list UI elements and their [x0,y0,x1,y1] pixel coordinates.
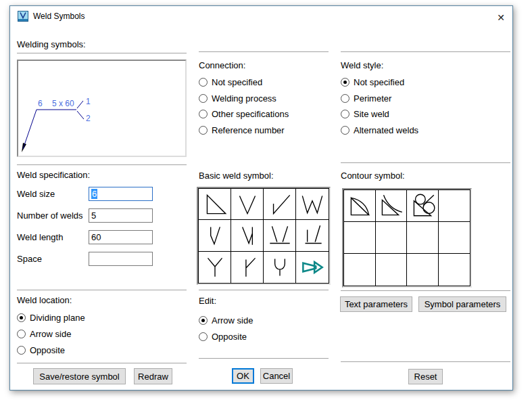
radio-welding-process[interactable]: Welding process [199,93,276,104]
separator [199,290,329,290]
radio-icon[interactable] [341,94,349,103]
preview-ref-2: 2 [86,114,91,123]
contour-symbol-empty-cell[interactable] [439,254,470,286]
radio-label[interactable]: Alternated welds [354,125,418,135]
weld-style-label: Weld style: [341,60,383,71]
radio-icon[interactable] [17,330,26,338]
connection-label: Connection: [199,60,245,71]
contour-symbol-empty-cell[interactable] [407,254,439,286]
radio-icon[interactable] [199,110,208,118]
basic-symbol-flare-v-narrow[interactable] [199,220,231,251]
radio-site-weld[interactable]: Site weld [341,108,389,119]
edit-label: Edit: [199,296,216,307]
contour-symbol-convex[interactable] [344,190,376,222]
radio-label[interactable]: Other specifications [212,109,289,119]
radio-icon[interactable] [341,110,349,118]
separator [341,361,510,362]
contour-symbol-empty-cell[interactable] [439,222,470,254]
separator [17,164,187,165]
weld-location-label: Weld location: [17,295,72,306]
radio-label[interactable]: Reference number [212,125,285,135]
radio-reference-number[interactable]: Reference number [199,125,285,135]
space-input[interactable] [89,252,153,266]
basic-symbol-flare-v-base[interactable] [264,220,296,251]
contour-symbol-empty-cell[interactable] [439,190,470,222]
basic-symbol-v-groove[interactable] [231,189,264,220]
radio-label[interactable]: Perimeter [354,93,391,104]
radio-dividing-plane[interactable]: Dividing plane [17,312,85,323]
radio-edit-opposite[interactable]: Opposite [199,331,247,342]
reset-button[interactable]: Reset [408,369,443,384]
radio-icon[interactable] [199,332,208,341]
radio-label[interactable]: Not specified [212,77,262,87]
basic-symbol-next-arrow[interactable] [296,252,329,283]
radio-connection-not-specified[interactable]: Not specified [199,76,262,87]
basic-symbol-fillet[interactable] [199,189,231,220]
contour-symbol-empty-cell[interactable] [376,222,408,254]
radio-icon[interactable] [199,126,208,135]
cancel-button[interactable]: Cancel [260,368,293,384]
radio-icon[interactable] [199,94,208,103]
basic-symbol-u-groove[interactable] [264,252,296,283]
basic-weld-symbol-label: Basic weld symbol: [199,171,274,181]
save-restore-symbol-button[interactable]: Save/restore symbol [33,368,126,384]
contour-symbol-grind[interactable] [407,190,439,222]
basic-symbol-double-v[interactable] [296,189,329,220]
close-icon[interactable]: ✕ [492,12,510,24]
weld-specification-label: Weld specification: [17,170,90,181]
radio-location-opposite[interactable]: Opposite [17,344,65,355]
contour-symbol-empty-cell[interactable] [407,222,439,254]
contour-symbol-grid [342,188,472,288]
redraw-button[interactable]: Redraw [134,368,172,384]
symbol-parameters-button[interactable]: Symbol parameters [418,296,506,312]
weld-length-label: Weld length [17,230,63,244]
basic-weld-symbol-grid [197,187,331,285]
separator [341,51,510,52]
radio-label[interactable]: Arrow side [30,329,71,339]
separator [199,358,329,359]
radio-icon[interactable] [341,78,349,87]
radio-location-arrow-side[interactable]: Arrow side [17,328,71,339]
contour-symbol-label: Contour symbol: [341,171,405,181]
radio-icon[interactable] [199,316,208,325]
radio-icon[interactable] [341,126,349,135]
weld-symbol-drawing: 6 5 x 60 1 2 [18,61,185,156]
text-parameters-button[interactable]: Text parameters [340,296,412,312]
radio-label[interactable]: Opposite [212,332,247,342]
radio-edit-arrow-side[interactable]: Arrow side [199,315,253,326]
radio-icon[interactable] [199,78,208,87]
basic-symbol-v-right-bar[interactable] [231,220,264,251]
separator [17,53,187,53]
weld-symbol-preview: 6 5 x 60 1 2 [17,60,187,157]
radio-icon[interactable] [17,313,26,322]
radio-style-not-specified[interactable]: Not specified [341,76,404,87]
basic-symbol-half-y[interactable] [231,252,264,283]
contour-symbol-concave[interactable] [376,190,408,222]
radio-label[interactable]: Welding process [212,93,276,104]
preview-count-length: 5 x 60 [52,99,74,108]
weld-size-input[interactable]: 6 [89,187,153,201]
separator [17,290,187,290]
radio-label[interactable]: Site weld [354,109,389,119]
title-bar[interactable]: Weld Symbols ✕ [10,6,512,26]
radio-label[interactable]: Opposite [30,345,65,355]
contour-symbol-empty-cell[interactable] [376,254,408,286]
window-title: Weld Symbols [33,6,84,26]
basic-symbol-bevel[interactable] [264,189,296,220]
ok-button[interactable]: OK [232,368,254,384]
weld-length-input[interactable] [89,230,153,244]
radio-icon[interactable] [17,346,26,355]
preview-ref-1: 1 [86,97,91,106]
radio-label[interactable]: Not specified [354,77,404,87]
basic-symbol-flare-bevel-base[interactable] [296,220,329,251]
contour-symbol-empty-cell[interactable] [344,254,376,286]
contour-symbol-empty-cell[interactable] [344,222,376,254]
number-of-welds-input[interactable] [89,208,153,223]
radio-label[interactable]: Arrow side [212,315,253,326]
basic-symbol-y-symbol[interactable] [199,252,231,283]
weld-size-label: Weld size [17,187,55,201]
radio-other-specifications[interactable]: Other specifications [199,108,289,119]
radio-label[interactable]: Dividing plane [30,313,85,323]
radio-alternated-welds[interactable]: Alternated welds [341,125,418,135]
radio-perimeter[interactable]: Perimeter [341,93,391,104]
